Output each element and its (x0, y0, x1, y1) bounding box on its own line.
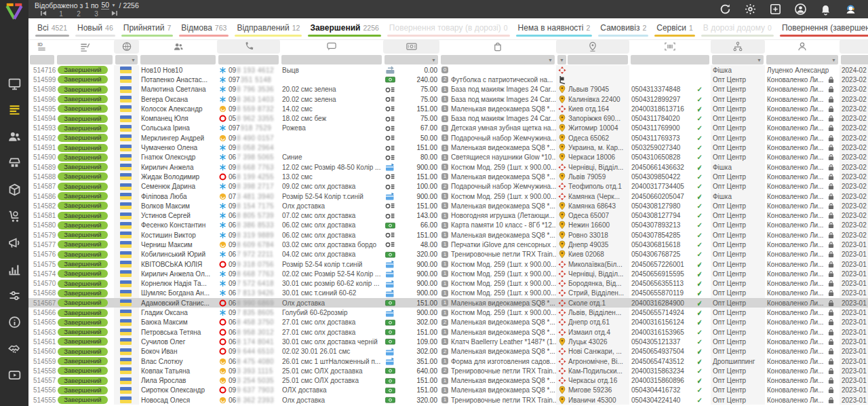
column-header-channel[interactable] (711, 39, 765, 54)
settings-sliders-icon[interactable] (7, 289, 22, 303)
page-size-select[interactable]: 50 (101, 1, 109, 10)
order-row[interactable]: 514592ЗавершенийМерклингер Андрей098 490… (28, 133, 868, 143)
order-row[interactable]: 514559ЗавершенийВлас Слотюу068 475 40802… (28, 356, 868, 366)
orders-list-icon[interactable] (7, 103, 22, 117)
order-row[interactable]: 514716ЗавершенийНов10 Нов10098 193 4612В… (28, 65, 868, 75)
page-number[interactable]: 3 (87, 10, 105, 18)
order-row[interactable]: 514565ЗавершенийБаюка Максим068 458 3750… (28, 318, 868, 327)
column-header-payment[interactable] (383, 39, 439, 54)
monitor-icon[interactable] (7, 77, 22, 91)
column-header-phone[interactable] (217, 39, 280, 54)
phone-number-blurred: 7 398 5065 (237, 153, 274, 161)
order-row[interactable]: 514566ЗавершенийГладик Оксана097 835 860… (28, 308, 868, 317)
column-header-customer[interactable] (139, 39, 217, 54)
order-row[interactable]: 514567ЗавершенийАдамовский Станис...068 … (28, 298, 868, 308)
filter-input-tracking[interactable] (631, 55, 709, 64)
order-row[interactable]: 514558ЗавершенийКовпак Татьяна093 393 11… (28, 366, 868, 375)
order-row[interactable]: 514575ЗавершенийКВІТОВСЬКА ЮЛІЯ099 318 0… (28, 259, 868, 269)
order-row[interactable]: 514579ЗавершенийКостишин Виктор098 319 9… (28, 230, 868, 240)
filter-input-source[interactable]: ▼ (115, 55, 138, 64)
stats-icon[interactable] (7, 262, 22, 276)
order-row[interactable]: 514555ЗавершенийНовосад Олеся068 362 239… (28, 395, 868, 405)
order-row[interactable]: 514588ЗавершенийЖидак Володимир068 199 4… (28, 172, 868, 181)
order-row[interactable]: 514557ЗавершенийЛила Ярослав093 254 5035… (28, 376, 868, 386)
order-row[interactable]: 514599ЗавершенийПотапенко Анастас...0973… (28, 75, 868, 84)
tab-В дорозі додому[interactable]: В дорозі додому0 (701, 23, 774, 40)
order-row[interactable]: 514582ЗавершенийВолков Максим098 154 717… (28, 201, 868, 210)
order-row[interactable]: 514560ЗавершенийБокоч Иван099 644 651002… (28, 347, 868, 356)
order-row[interactable]: 514589ЗавершенийКирилич Анжела098 668 77… (28, 162, 868, 172)
filter-input-id[interactable] (30, 55, 54, 64)
order-row[interactable]: 514574ЗавершенийКирилич Анжела Ол...098 … (28, 269, 868, 278)
column-header-manager[interactable] (765, 39, 840, 54)
tab-Нема в наявності[interactable]: Нема в наявності2 (516, 23, 593, 40)
tab-Відправлений[interactable]: Відправлений12 (235, 23, 302, 40)
avatar-icon[interactable] (794, 3, 807, 16)
tab-Всі[interactable]: Всі4521 (35, 23, 69, 40)
order-row[interactable]: 514586ЗавершенийФіліпова Люба073 481 394… (28, 191, 868, 201)
order-row[interactable]: 514577ЗавершенийЧерниш Максим098 609 678… (28, 240, 868, 249)
column-header-address[interactable] (556, 39, 629, 54)
first-page-icon[interactable] (35, 10, 52, 18)
column-header-id[interactable]: ID (28, 39, 56, 54)
gear-icon[interactable] (744, 3, 757, 16)
last-page-icon[interactable] (105, 10, 123, 18)
column-header-products[interactable] (439, 39, 556, 54)
order-row[interactable]: 514590ЗавершенийГнатюк Олексндр067 398 5… (28, 153, 868, 162)
order-row[interactable]: 514576ЗавершенийКобилинський Юрий067 972… (28, 250, 868, 259)
tab-Відмова[interactable]: Відмова763 (179, 23, 229, 40)
partners-icon[interactable] (7, 342, 22, 356)
column-header-comment[interactable] (280, 39, 383, 54)
filter-input-customer[interactable] (140, 55, 216, 64)
tab-Прийнятий[interactable]: Прийнятий7 (121, 23, 174, 40)
column-header-date[interactable] (840, 39, 868, 54)
filter-input-status[interactable] (57, 55, 113, 64)
video-icon[interactable] (7, 368, 22, 382)
column-header-tracking[interactable] (629, 39, 711, 54)
filter-input-payment[interactable]: ▼ (384, 55, 438, 64)
filter-dropdown-icon[interactable]: ▼ (557, 55, 566, 64)
order-row[interactable]: 514587ЗавершенийСеменюк Дарина098 398 27… (28, 182, 868, 191)
order-row[interactable]: 514598ЗавершенийМалютина Светлана098 796… (28, 85, 868, 94)
brand-logo[interactable] (4, 1, 24, 18)
contacts-icon[interactable] (7, 130, 22, 144)
order-row[interactable]: 514594ЗавершенийКомпанец Юля058 962 3355… (28, 113, 868, 123)
page-number[interactable]: 1 (52, 10, 70, 18)
tab-Повернення товару (в дорозі)[interactable]: Повернення товару (в дорозі)0 (387, 23, 510, 40)
filter-input-manager[interactable]: ▼ (766, 55, 838, 64)
filter-input-date[interactable] (841, 55, 868, 64)
filter-input-address[interactable] (568, 55, 628, 64)
order-row[interactable]: 514596ЗавершенийВегера Оксана098 363 140… (28, 94, 868, 104)
order-row[interactable]: 514568ЗавершенийШумляс Богдана Ан...067 … (28, 289, 868, 298)
info-icon[interactable] (7, 315, 22, 329)
filter-input-products[interactable]: ▼ (441, 55, 555, 64)
add-icon[interactable] (769, 3, 782, 16)
tab-Завершений[interactable]: Завершений2256 (308, 23, 380, 40)
order-row[interactable]: 514570ЗавершенийКорнелюк Надія Та...097 … (28, 279, 868, 289)
tab-Сервіси[interactable]: Сервіси1 (654, 23, 695, 40)
megaphone-icon[interactable] (7, 236, 22, 250)
order-row[interactable]: 514563ЗавершенийПетровська Тетяна068 958… (28, 327, 868, 337)
tab-Повернення (завершений)[interactable]: Повернення (завершений)125 (780, 23, 868, 40)
order-row[interactable]: 514591ЗавершенийЧумаченко Олена098 058 2… (28, 143, 868, 152)
column-header-status[interactable] (56, 39, 114, 54)
order-row[interactable]: 514580ЗавершенийФесенко Константин068 38… (28, 221, 868, 230)
tab-Самовивіз[interactable]: Самовивіз2 (598, 23, 648, 40)
order-row[interactable]: 514595ЗавершенийКолосок Александр098 559… (28, 104, 868, 113)
order-row[interactable]: 514561ЗавершенийСучилов Олег068 174 8041… (28, 337, 868, 346)
refresh-icon[interactable] (719, 3, 732, 16)
tab-Новый[interactable]: Новый46 (75, 23, 115, 40)
filter-input-phone[interactable] (218, 55, 279, 64)
page-number[interactable]: 2 (70, 10, 87, 18)
column-header-source[interactable] (114, 39, 139, 54)
bell-icon[interactable] (819, 3, 832, 16)
order-row[interactable]: 514581ЗавершенийУстинов Сергей068 805 57… (28, 210, 868, 220)
support-icon[interactable] (844, 3, 857, 16)
procurement-cart-icon[interactable] (7, 209, 22, 223)
order-row[interactable]: 514593ЗавершенийСольська Ірина097918 752… (28, 124, 868, 133)
order-row[interactable]: 514556ЗавершенийСиротюк Олександр099 637… (28, 386, 868, 395)
store-icon[interactable] (7, 156, 22, 170)
filter-input-comment[interactable] (281, 55, 382, 64)
filter-input-channel[interactable]: ▼ (712, 55, 764, 64)
products-box-icon[interactable] (7, 183, 22, 197)
